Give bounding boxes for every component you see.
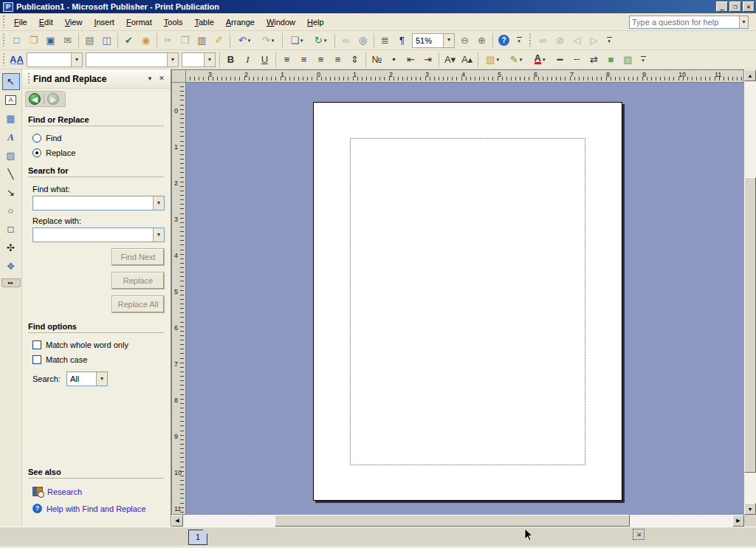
menu-view[interactable]: View [59,16,89,29]
help-question-input[interactable] [630,18,739,27]
replace-radio-row[interactable]: Replace [32,148,164,157]
picture-frame-tool[interactable]: ▨ [2,147,20,164]
select-objects-tool[interactable]: ↖ [2,73,20,90]
scroll-left-icon[interactable]: ◀ [171,515,183,527]
menu-table[interactable]: Table [188,16,219,29]
fill-color-dropdown-icon[interactable]: ▾ [496,57,499,63]
font-size-combo-dropdown-icon[interactable]: ▾ [204,53,215,66]
decrease-font-size-button[interactable]: A▾ [441,52,458,68]
standard-toolbar-drag-handle[interactable] [2,34,6,47]
free-rotate-dropdown-icon[interactable]: ▾ [324,38,327,44]
vertical-scroll-track[interactable] [744,81,756,503]
break-forward-link-button[interactable]: ⊘ [551,32,568,49]
back-icon[interactable]: ◀ [29,93,41,105]
restore-button[interactable]: ❐ [729,1,741,12]
rectangle-tool[interactable]: □ [2,221,20,238]
arrow-style-button[interactable]: ⇄ [585,52,602,68]
whole-word-row[interactable]: Match whole word only [32,340,164,349]
horizontal-scroll-track[interactable] [183,515,732,527]
design-gallery-object-tool[interactable]: ❖ [2,258,20,275]
research-link[interactable]: Research [47,487,82,496]
italic-button[interactable]: I [239,52,256,68]
connect-toolbar-drag-handle[interactable] [529,34,532,47]
line-color-dropdown-icon[interactable]: ▾ [520,57,523,63]
email-button[interactable]: ✉ [59,32,76,49]
font-color-button[interactable]: A▾ [528,52,551,68]
menu-drag-handle[interactable] [2,16,6,27]
replace-with-dropdown-icon[interactable]: ▾ [153,228,164,242]
bold-button[interactable]: B [222,52,239,68]
print-preview-button[interactable]: ◫ [98,32,115,49]
insert-table-tool[interactable]: ▦ [2,110,20,127]
scroll-right-icon[interactable]: ▶ [732,515,744,527]
font-size-combo[interactable]: ▾ [182,52,216,67]
shadow-style-button[interactable]: ■ [602,52,619,68]
page-sorter-page-1[interactable]: 1 [188,530,207,545]
match-case-row[interactable]: Match case [32,355,164,364]
horizontal-scroll-thumb[interactable] [275,515,630,527]
menu-file[interactable]: File [8,16,33,29]
close-button[interactable]: ✕ [743,1,755,12]
task-pane-drag-handle[interactable] [27,73,31,85]
font-color-dropdown-icon[interactable]: ▾ [543,57,546,63]
align-left-button[interactable]: ≡ [278,52,295,68]
line-border-style-button[interactable]: ━ [551,52,568,68]
line-spacing-button[interactable]: ⇕ [346,52,363,68]
find-what-combo[interactable]: ▾ [32,196,165,210]
bullets-button[interactable]: • [385,52,402,68]
previous-text-box-button[interactable]: ◁ [568,32,585,49]
autoshapes-tool[interactable]: ✣ [2,239,20,256]
vertical-ruler[interactable]: 01234567891011 [171,83,186,515]
research-button[interactable]: ◉ [137,32,154,49]
help-question-dropdown-icon[interactable]: ▾ [739,16,748,28]
free-rotate-button[interactable]: ↻▾ [309,32,332,49]
boundaries-guides-button[interactable]: ≣ [377,32,394,49]
align-center-button[interactable]: ≡ [295,52,312,68]
minimize-button[interactable]: _ [716,1,728,12]
print-button[interactable]: ▤ [81,32,98,49]
redo-dropdown-icon[interactable]: ▾ [272,38,275,44]
horizontal-ruler[interactable]: 32101234567891011 [186,69,744,83]
line-color-button[interactable]: ✎▾ [504,52,528,68]
next-text-box-button[interactable]: ▷ [585,32,602,49]
fill-color-button[interactable]: ▨▾ [481,52,504,68]
oval-tool[interactable]: ○ [2,202,20,219]
menu-insert[interactable]: Insert [88,16,120,29]
undo-dropdown-icon[interactable]: ▾ [248,38,251,44]
font-combo[interactable]: ▾ [86,52,179,67]
replace-button[interactable]: Replace [112,273,164,289]
arrow-tool[interactable]: ↘ [2,184,20,201]
insert-wordart-tool[interactable]: A [2,129,20,145]
special-characters-button[interactable]: ¶ [394,32,410,49]
justify-button[interactable]: ≡ [329,52,346,68]
save-button[interactable]: ▣ [42,32,59,49]
undo-button[interactable]: ↶▾ [233,32,256,49]
find-next-button[interactable]: Find Next [112,249,164,265]
copy-button[interactable]: ❐ [176,32,193,49]
bring-to-front-button[interactable]: ❏▾ [285,32,309,49]
styles-button[interactable]: A̲A [8,52,25,68]
menu-format[interactable]: Format [120,16,158,29]
replace-radio[interactable] [32,148,41,157]
formatting-toolbar-drag-handle[interactable] [2,53,6,66]
objects-toolbar-expand-button[interactable]: ▸▸ [1,278,21,287]
search-scope-dropdown-icon[interactable]: ▾ [96,372,107,386]
style-combo[interactable]: ▾ [27,52,83,67]
vertical-scroll-thumb[interactable] [744,177,756,473]
menu-help[interactable]: Help [301,16,330,29]
line-tool[interactable]: ╲ [2,165,20,182]
insert-hyperlink-button[interactable]: ∞ [337,32,354,49]
publication-page[interactable] [313,102,622,501]
formatting-toolbar-options-button[interactable]: ▾ [638,52,648,68]
style-combo-dropdown-icon[interactable]: ▾ [71,53,82,66]
zoom-in-button[interactable]: ⊕ [473,32,490,49]
font-combo-dropdown-icon[interactable]: ▾ [167,53,178,66]
redo-button[interactable]: ↷▾ [256,32,280,49]
match-case-checkbox[interactable] [32,355,41,364]
scroll-down-icon[interactable]: ▼ [744,503,756,515]
menu-arrange[interactable]: Arrange [220,16,261,29]
whole-word-checkbox[interactable] [32,340,41,349]
numbering-button[interactable]: № [368,52,385,68]
menu-edit[interactable]: Edit [33,16,59,29]
replace-all-button[interactable]: Replace All [112,296,164,312]
